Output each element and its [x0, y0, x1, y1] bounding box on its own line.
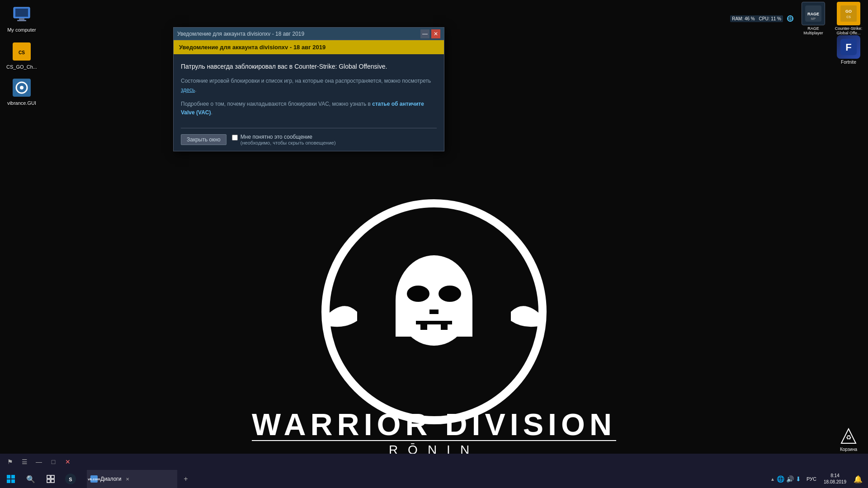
windows-logo-icon: [7, 475, 15, 483]
svg-text:F: F: [845, 42, 851, 53]
ram-label: RAM: 46 % CPU: 11 %: [730, 15, 783, 22]
svg-text:CS: CS: [846, 15, 851, 19]
wd-text: WARRIOR DIVISION RŌNIN: [252, 407, 616, 457]
vibrance-icon: [11, 77, 33, 99]
svg-rect-7: [420, 324, 427, 330]
svg-text:GO: GO: [845, 9, 852, 14]
vibrance-label: vibrance.GUI: [4, 100, 40, 106]
svg-text:CS: CS: [19, 50, 25, 55]
svg-rect-2: [396, 300, 472, 337]
system-icons-area: RAM: 46 % CPU: 11 % RAGE MP RAGE M: [728, 0, 868, 37]
dialog-here-link[interactable]: здесь: [181, 87, 195, 93]
csgo-icon: CS: [11, 41, 33, 62]
add-tab-button[interactable]: +: [179, 472, 193, 486]
svg-rect-33: [51, 479, 54, 483]
tab-close-button[interactable]: ✕: [124, 475, 131, 483]
warrior-division-title: WARRIOR DIVISION: [252, 407, 616, 442]
desktop-icon-csgo[interactable]: CS CS_GO_Ch...: [4, 41, 40, 70]
svg-rect-23: [840, 5, 857, 22]
clock-time: 8:14: [830, 473, 839, 479]
recycle-bin-icon: ♻: [838, 425, 859, 447]
dialog-header-banner: Уведомление для аккаунта divisionxv - 18…: [174, 40, 444, 54]
svg-rect-8: [441, 324, 448, 330]
rage-mp-label: RAGE Multiplayer: [797, 26, 829, 35]
csgo-taskbar-icon: GO CS: [837, 2, 860, 25]
browser-minimize-btn[interactable]: —: [33, 455, 45, 468]
task-view-button[interactable]: [42, 470, 60, 488]
tab-label: Диалоги: [100, 476, 121, 482]
steam-ban-dialog: Уведомление для аккаунта divisionxv - 18…: [173, 27, 444, 151]
svg-rect-11: [19, 18, 24, 20]
recycle-bin-icon-block[interactable]: ♻ Корзина: [833, 425, 864, 452]
svg-rect-10: [15, 9, 28, 17]
close-window-button[interactable]: Закрыть окно: [181, 134, 226, 145]
language-indicator[interactable]: РУС: [805, 476, 818, 482]
fortnite-label: Fortnite: [833, 60, 864, 65]
desktop-icon-vibrance[interactable]: vibrance.GUI: [4, 77, 40, 106]
network-icon: [787, 15, 794, 23]
my-computer-icon: [11, 4, 33, 25]
dialog-window-controls: — ✕: [420, 29, 440, 38]
csgo-label: CS_GO_Ch...: [4, 64, 40, 70]
taskbar: 🔍 S vk.com: [0, 470, 868, 488]
network-tray-icon[interactable]: 🌐: [777, 475, 784, 483]
ram-cpu-display: RAM: 46 % CPU: 11 %: [730, 15, 783, 22]
volume-tray-icon[interactable]: 🔊: [786, 475, 794, 483]
svg-text:♻: ♻: [846, 434, 852, 441]
svg-rect-31: [51, 475, 54, 479]
browser-bar: ⚑ ☰ — □ ✕: [0, 454, 868, 470]
dialog-main-message: Патруль навсегда заблокировал вас в Coun…: [181, 61, 437, 71]
browser-tab[interactable]: vk.com Диалоги ✕: [87, 470, 177, 488]
taskbar-right: ▲ 🌐 🔊 ⬇ РУС 8:14 18.08.2019 🔔: [769, 473, 868, 485]
svg-point-3: [407, 286, 429, 302]
dialog-sub-message: Состояние игровой блокировки и список иг…: [181, 77, 437, 94]
browser-maximize-btn[interactable]: □: [47, 455, 60, 468]
taskbar-clock[interactable]: 8:14 18.08.2019: [820, 473, 850, 485]
desktop: WARRIOR DIVISION RŌNIN My computer CS CS…: [0, 0, 868, 488]
understand-main-label: Мне понятно это сообщение: [241, 134, 336, 140]
svg-text:MP: MP: [811, 17, 816, 20]
dialog-vac-text: Подробнее о том, почему накладываются бл…: [181, 100, 437, 117]
taskbar-notification-area: ▲ 🌐 🔊 ⬇: [769, 475, 803, 483]
fortnite-icon: F: [837, 35, 860, 59]
dialog-title: Уведомление для аккаунта divisionxv - 18…: [177, 31, 304, 37]
understand-checkbox-container[interactable]: Мне понятно это сообщение (необходимо, ч…: [232, 134, 336, 145]
dialog-footer: Закрыть окно Мне понятно это сообщение (…: [174, 128, 444, 151]
svg-point-4: [439, 286, 461, 302]
dialog-minimize-button[interactable]: —: [420, 29, 429, 38]
show-hidden-icons-button[interactable]: ▲: [770, 477, 775, 482]
browser-list-icon[interactable]: ☰: [18, 455, 31, 468]
svg-rect-6: [416, 321, 452, 324]
background-art: WARRIOR DIVISION RŌNIN: [0, 194, 868, 488]
csgo-taskbar-label: Counter-Strike: Global Offe...: [833, 26, 864, 35]
understand-sub-label: (необходимо, чтобы скрыть оповещение): [241, 140, 336, 145]
rage-mp-icon-block[interactable]: RAGE MP RAGE Multiplayer: [797, 2, 829, 35]
steam-taskbar-button[interactable]: S: [61, 470, 80, 488]
understand-checkbox-input[interactable]: [232, 135, 238, 141]
browser-bookmark-icon[interactable]: ⚑: [4, 455, 16, 468]
start-button[interactable]: [2, 470, 20, 488]
svg-rect-32: [47, 479, 50, 483]
vk-favicon: vk.com: [90, 475, 98, 483]
dialog-titlebar: Уведомление для аккаунта divisionxv - 18…: [174, 28, 444, 40]
my-computer-label: My computer: [4, 27, 40, 33]
rage-mp-icon: RAGE MP: [802, 2, 825, 25]
understand-checkbox-labels: Мне понятно это сообщение (необходимо, ч…: [241, 134, 336, 145]
taskbar-search-button[interactable]: 🔍: [22, 470, 40, 488]
clock-date: 18.08.2019: [824, 479, 846, 485]
notification-bell-button[interactable]: 🔔: [852, 475, 864, 483]
csgo-taskbar-icon-block[interactable]: GO CS Counter-Strike: Global Offe...: [833, 2, 864, 35]
svg-text:RAGE: RAGE: [807, 12, 819, 16]
svg-rect-5: [429, 310, 439, 314]
dialog-close-x-button[interactable]: ✕: [431, 29, 440, 38]
fortnite-icon-block[interactable]: F Fortnite: [833, 35, 864, 65]
desktop-icon-my-computer[interactable]: My computer: [4, 4, 40, 33]
taskbar-left: 🔍 S vk.com: [0, 470, 193, 488]
download-tray-icon[interactable]: ⬇: [796, 475, 801, 483]
svg-rect-30: [47, 475, 50, 479]
recycle-bin-label: Корзина: [833, 447, 864, 452]
svg-rect-12: [17, 20, 26, 21]
browser-close-btn[interactable]: ✕: [61, 455, 74, 468]
svg-text:S: S: [69, 477, 72, 482]
dialog-header-text: Уведомление для аккаунта divisionxv - 18…: [179, 44, 439, 51]
